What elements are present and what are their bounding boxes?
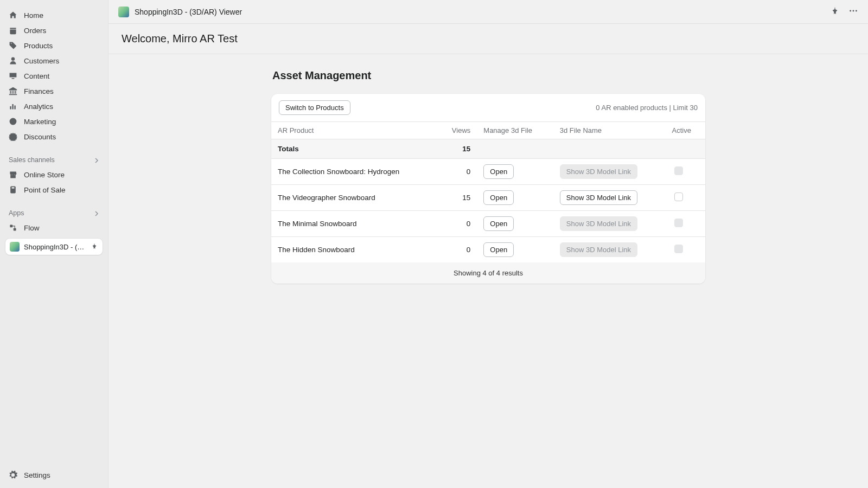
product-name: The Minimal Snowboard: [271, 211, 438, 237]
show-model-link-button: Show 3D Model Link: [560, 216, 637, 231]
pin-icon[interactable]: [91, 242, 98, 252]
chevron-right-icon: [94, 210, 99, 216]
svg-point-4: [850, 10, 851, 12]
open-button[interactable]: Open: [483, 164, 514, 179]
nav-label: Orders: [24, 27, 46, 35]
nav-finances[interactable]: Finances: [0, 84, 108, 99]
table-row: The Collection Snowboard: Hydrogen 0 Ope…: [271, 159, 705, 185]
nav-label: Flow: [24, 224, 40, 232]
app-icon: [10, 242, 20, 252]
views-cell: 15: [438, 185, 477, 211]
main: ShoppingIn3D - (3D/AR) Viewer Welcome, M…: [108, 0, 868, 488]
app-pill-label: ShoppingIn3D - (3D/A...: [24, 243, 86, 251]
open-button[interactable]: Open: [483, 216, 514, 231]
show-model-link-button[interactable]: Show 3D Model Link: [560, 190, 637, 205]
bank-icon: [9, 87, 17, 95]
nav-label: Online Store: [24, 171, 65, 179]
nav-content[interactable]: Content: [0, 68, 108, 84]
nav-label: Marketing: [24, 118, 56, 126]
discount-icon: [9, 132, 17, 141]
show-model-link-button: Show 3D Model Link: [560, 164, 637, 179]
active-checkbox[interactable]: [674, 192, 683, 201]
welcome-bar: Welcome, Mirro AR Test: [108, 24, 868, 54]
table-footer: Showing 4 of 4 results: [271, 262, 705, 284]
nav-marketing[interactable]: Marketing: [0, 114, 108, 129]
svg-point-5: [853, 10, 854, 12]
table-row: The Minimal Snowboard 0 Open Show 3D Mod…: [271, 211, 705, 237]
pos-icon: [9, 185, 17, 194]
chart-bar-icon: [9, 102, 17, 111]
nav-flow[interactable]: Flow: [0, 220, 108, 235]
nav-settings[interactable]: Settings: [0, 467, 108, 488]
active-checkbox: [674, 219, 683, 227]
app-icon: [118, 7, 129, 17]
views-cell: 0: [438, 211, 477, 237]
open-button[interactable]: Open: [483, 242, 514, 257]
switch-products-button[interactable]: Switch to Products: [279, 100, 350, 115]
nav-label: Home: [24, 11, 43, 20]
gear-icon: [9, 471, 17, 479]
product-name: The Videographer Snowboard: [271, 185, 438, 211]
nav-products[interactable]: Products: [0, 38, 108, 53]
nav-label: Discounts: [24, 133, 56, 141]
apps-header[interactable]: Apps: [0, 205, 108, 220]
person-icon: [9, 56, 17, 65]
orders-icon: [9, 26, 17, 35]
page-title: Asset Management: [272, 69, 705, 82]
asset-table: AR Product Views Manage 3d File 3d File …: [271, 121, 705, 262]
nav-label: Point of Sale: [24, 186, 66, 194]
col-filename: 3d File Name: [553, 122, 666, 139]
nav-customers[interactable]: Customers: [0, 53, 108, 68]
nav-pos[interactable]: Point of Sale: [0, 182, 108, 197]
more-icon[interactable]: [848, 6, 858, 17]
nav-label: Settings: [24, 471, 50, 479]
sales-channels-header[interactable]: Sales channels: [0, 152, 108, 167]
col-manage: Manage 3d File: [477, 122, 553, 139]
nav-home[interactable]: Home: [0, 8, 108, 23]
target-icon: [9, 117, 17, 126]
tag-icon: [9, 41, 17, 50]
nav-label: Customers: [24, 57, 59, 65]
col-active: Active: [666, 122, 705, 139]
nav-label: Finances: [24, 87, 54, 95]
nav-discounts[interactable]: Discounts: [0, 129, 108, 144]
content-area: Asset Management Switch to Products 0 AR…: [108, 54, 868, 488]
home-icon: [9, 11, 17, 20]
nav-label: Content: [24, 72, 49, 80]
nav-analytics[interactable]: Analytics: [0, 99, 108, 114]
open-button[interactable]: Open: [483, 190, 514, 205]
table-row: The Videographer Snowboard 15 Open Show …: [271, 185, 705, 211]
nav-label: Analytics: [24, 102, 53, 111]
product-name: The Hidden Snowboard: [271, 237, 438, 263]
topbar-title: ShoppingIn3D - (3D/AR) Viewer: [135, 8, 242, 16]
sidebar: Home Orders Products Customers Content F…: [0, 0, 108, 488]
product-name: The Collection Snowboard: Hydrogen: [271, 159, 438, 185]
svg-point-6: [856, 10, 857, 12]
views-cell: 0: [438, 159, 477, 185]
col-views: Views: [438, 122, 477, 139]
views-cell: 0: [438, 237, 477, 263]
asset-card: Switch to Products 0 AR enabled products…: [271, 94, 705, 284]
topbar: ShoppingIn3D - (3D/AR) Viewer: [108, 0, 868, 24]
current-app-pill[interactable]: ShoppingIn3D - (3D/A...: [5, 239, 103, 255]
nav-label: Products: [24, 42, 53, 50]
row-totals: Totals 15: [271, 139, 705, 159]
svg-rect-2: [10, 224, 12, 227]
show-model-link-button: Show 3D Model Link: [560, 242, 637, 257]
active-checkbox: [674, 166, 683, 175]
ar-status-text: 0 AR enabled products | Limit 30: [596, 104, 698, 112]
monitor-icon: [9, 72, 17, 80]
chevron-right-icon: [94, 157, 99, 163]
store-icon: [9, 170, 17, 179]
svg-rect-1: [12, 187, 15, 188]
flow-icon: [9, 223, 17, 232]
nav-orders[interactable]: Orders: [0, 23, 108, 38]
pin-icon[interactable]: [830, 6, 840, 17]
table-row: The Hidden Snowboard 0 Open Show 3D Mode…: [271, 237, 705, 263]
welcome-text: Welcome, Mirro AR Test: [122, 33, 855, 45]
nav-online-store[interactable]: Online Store: [0, 167, 108, 182]
active-checkbox: [674, 245, 683, 253]
col-product: AR Product: [271, 122, 438, 139]
svg-rect-3: [14, 228, 16, 231]
